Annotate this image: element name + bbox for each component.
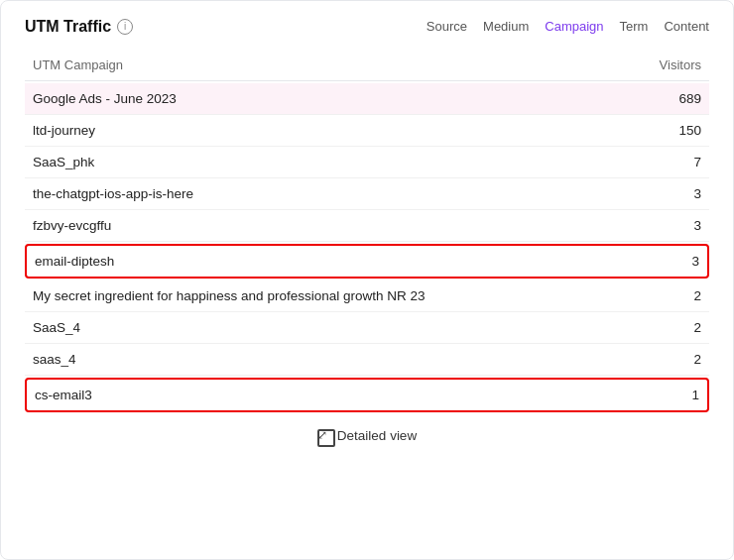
table-row[interactable]: the-chatgpt-ios-app-is-here3 [25,178,709,210]
info-icon[interactable]: i [117,19,133,35]
row-visitors-count: 3 [652,186,701,201]
table-row[interactable]: email-diptesh3 [25,244,709,279]
table-row[interactable]: cs-email31 [25,378,709,412]
row-campaign-name: the-chatgpt-ios-app-is-here [33,186,652,201]
tab-term[interactable]: Term [620,17,649,36]
row-visitors-count: 689 [652,91,701,106]
tab-source[interactable]: Source [427,17,467,36]
row-visitors-count: 2 [652,320,701,335]
table-row[interactable]: SaaS_42 [25,312,709,344]
col-value-header: Visitors [660,57,701,72]
header-left: UTM Traffic i [25,18,133,36]
table-row[interactable]: fzbvy-evcgffu3 [25,210,709,242]
expand-icon [317,429,331,443]
row-campaign-name: email-diptesh [35,254,650,269]
row-campaign-name: fzbvy-evcgffu [33,218,652,233]
detailed-view-label: Detailed view [337,428,417,443]
row-visitors-count: 1 [650,388,699,402]
tab-nav: SourceMediumCampaignTermContent [427,17,709,36]
row-campaign-name: ltd-journey [33,123,652,138]
row-campaign-name: saas_4 [33,352,652,367]
row-visitors-count: 7 [652,155,701,169]
tab-campaign[interactable]: Campaign [545,17,603,36]
detailed-view-button[interactable]: Detailed view [25,428,709,443]
row-campaign-name: SaaS_phk [33,155,652,169]
table-body: Google Ads - June 2023689ltd-journey150S… [25,83,709,412]
table-row[interactable]: My secret ingredient for happiness and p… [25,280,709,312]
table-header: UTM Campaign Visitors [25,52,709,81]
table-row[interactable]: saas_42 [25,344,709,376]
widget-header: UTM Traffic i SourceMediumCampaignTermCo… [25,17,709,36]
tab-medium[interactable]: Medium [483,17,529,36]
row-visitors-count: 3 [650,254,699,269]
widget-title: UTM Traffic [25,18,111,36]
row-campaign-name: cs-email3 [35,388,650,402]
row-visitors-count: 3 [652,218,701,233]
row-campaign-name: Google Ads - June 2023 [33,91,652,106]
row-campaign-name: SaaS_4 [33,320,652,335]
table-row[interactable]: SaaS_phk7 [25,147,709,178]
row-campaign-name: My secret ingredient for happiness and p… [33,288,652,303]
table-row[interactable]: Google Ads - June 2023689 [25,83,709,115]
table-row[interactable]: ltd-journey150 [25,115,709,147]
col-name-header: UTM Campaign [33,57,123,72]
row-visitors-count: 2 [652,352,701,367]
utm-traffic-widget: UTM Traffic i SourceMediumCampaignTermCo… [0,0,734,560]
row-visitors-count: 2 [652,288,701,303]
tab-content[interactable]: Content [664,17,709,36]
row-visitors-count: 150 [652,123,701,138]
